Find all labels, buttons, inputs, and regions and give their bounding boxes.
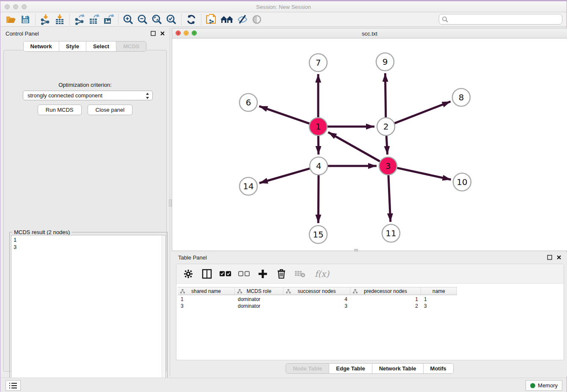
search-field[interactable] [439, 14, 562, 25]
edge-4-14[interactable] [259, 168, 310, 183]
close-panel-button[interactable]: Close panel [88, 105, 133, 115]
deselect-all-button[interactable] [238, 268, 250, 280]
float-panel-icon[interactable] [547, 255, 552, 260]
vertical-split-handle[interactable] [169, 199, 172, 207]
delete-table-button[interactable] [294, 268, 306, 280]
export-table-button[interactable] [87, 14, 101, 25]
node-11[interactable]: 11 [382, 224, 400, 242]
first-neighbors-button[interactable] [218, 14, 235, 25]
column-header-predecessor-nodes[interactable]: predecessor nodes [350, 287, 421, 295]
table-row[interactable]: 3dominator323 [178, 303, 457, 309]
node-3[interactable]: 3 [379, 157, 397, 175]
node-2[interactable]: 2 [377, 118, 395, 135]
close-panel-icon[interactable] [160, 31, 165, 36]
import-table-button[interactable] [52, 14, 67, 25]
edge-3-11[interactable] [388, 175, 391, 222]
show-all-button[interactable] [250, 14, 264, 25]
select-all-button[interactable] [220, 268, 231, 280]
mcds-result-textarea[interactable]: 1 3 [11, 235, 166, 392]
tab-edge-table[interactable]: Edge Table [329, 364, 372, 373]
tab-node-table[interactable]: Node Table [286, 364, 329, 373]
import-network-button[interactable] [38, 14, 52, 25]
tab-style[interactable]: Style [59, 41, 86, 51]
node-1[interactable]: 1 [309, 118, 327, 135]
export-network-button[interactable] [72, 14, 87, 25]
table-cell[interactable]: 1 [178, 296, 235, 303]
horizontal-split-handle[interactable] [354, 249, 358, 251]
run-mcds-button[interactable]: Run MCDS [38, 105, 82, 115]
edge-2-8[interactable] [395, 102, 451, 123]
float-panel-icon[interactable] [151, 31, 156, 36]
open-session-button[interactable] [4, 14, 18, 25]
save-session-button[interactable] [18, 14, 33, 25]
zoom-out-button[interactable] [135, 14, 150, 25]
column-header-successor-nodes[interactable]: successor nodes [284, 287, 350, 295]
table-cell[interactable]: 1 [421, 296, 457, 303]
table-cell[interactable]: 4 [284, 296, 350, 303]
memory-button[interactable]: Memory [526, 380, 562, 391]
hide-selected-button[interactable] [235, 14, 250, 25]
edge-4-15[interactable] [318, 175, 319, 223]
tab-network[interactable]: Network [24, 41, 59, 51]
node-6[interactable]: 6 [239, 94, 257, 111]
control-panel-title: Control Panel [6, 30, 39, 37]
column-header-shared-name[interactable]: shared name [178, 287, 235, 295]
table-cell[interactable]: 3 [421, 303, 457, 309]
search-input[interactable] [449, 15, 562, 24]
table-container: f(x) shared nameMCDS rolesuccessor nodes… [176, 264, 564, 360]
zoom-fit-button[interactable] [150, 14, 164, 25]
result-scrollbar[interactable] [162, 235, 165, 391]
zoom-in-icon [123, 14, 134, 25]
new-network-from-file-button[interactable] [204, 14, 218, 25]
edge-1-6[interactable] [259, 106, 310, 124]
optimization-criterion-select[interactable]: strongly connected component [23, 91, 153, 100]
svg-text:15: 15 [313, 229, 323, 240]
delete-column-button[interactable] [275, 268, 287, 280]
node-14[interactable]: 14 [239, 177, 257, 195]
svg-text:11: 11 [385, 228, 396, 238]
memory-status-dot [530, 383, 535, 388]
edge-2-3[interactable] [386, 136, 387, 155]
node-10[interactable]: 10 [453, 173, 471, 191]
table-row[interactable]: 1dominator411 [178, 296, 457, 303]
svg-text:2: 2 [383, 121, 389, 132]
gear-icon [184, 269, 193, 279]
table-cell[interactable]: 3 [178, 303, 235, 309]
edge-3-1[interactable] [328, 132, 380, 161]
tab-network-table[interactable]: Network Table [372, 364, 424, 373]
tab-motifs[interactable]: Motifs [424, 364, 453, 373]
add-column-button[interactable] [257, 268, 269, 280]
zoom-in-button[interactable] [121, 14, 135, 25]
column-header-name[interactable]: name [421, 287, 457, 295]
node-8[interactable]: 8 [452, 88, 470, 106]
memory-label: Memory [538, 382, 558, 389]
node-15[interactable]: 15 [309, 226, 327, 243]
export-image-button[interactable] [101, 14, 116, 25]
task-history-button[interactable] [6, 380, 21, 391]
network-window-titlebar[interactable]: x - + scc.txt [172, 28, 567, 39]
mcds-result-line: 3 [14, 243, 163, 251]
column-layout-button[interactable] [201, 268, 213, 280]
node-7[interactable]: 7 [309, 54, 327, 72]
network-graph[interactable]: 7968124314101511 [172, 39, 567, 251]
node-4[interactable]: 4 [310, 157, 328, 175]
edge-3-10[interactable] [397, 168, 451, 180]
node-9[interactable]: 9 [376, 53, 394, 71]
table-cell[interactable]: dominator [235, 296, 284, 303]
tab-mcds[interactable]: MCDS [116, 41, 146, 51]
homes-icon [220, 14, 234, 25]
table-settings-button[interactable] [182, 268, 194, 280]
function-builder-button[interactable]: f(x) [313, 268, 331, 280]
table-cell[interactable]: 2 [350, 303, 421, 309]
toolbar-separator [118, 14, 118, 25]
column-header-MCDS-role[interactable]: MCDS role [235, 287, 284, 295]
network-canvas[interactable]: 7968124314101511 [172, 39, 567, 251]
table-cell[interactable]: dominator [235, 303, 284, 309]
table-cell[interactable]: 1 [350, 296, 421, 303]
edge-2-9[interactable] [385, 73, 385, 117]
table-cell[interactable]: 3 [284, 303, 350, 309]
apply-layout-button[interactable] [184, 14, 198, 25]
tab-select[interactable]: Select [86, 41, 116, 51]
zoom-selected-button[interactable] [164, 14, 179, 25]
close-panel-icon[interactable] [556, 255, 561, 260]
